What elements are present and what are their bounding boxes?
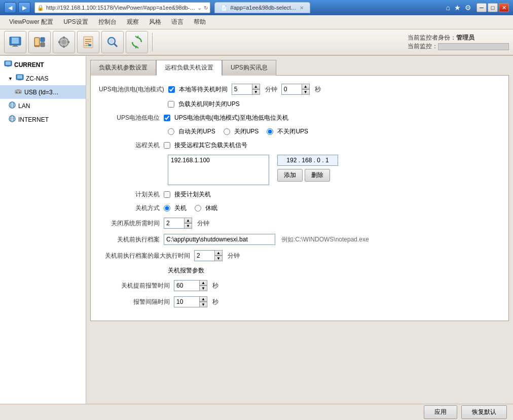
pre-exec-row: 关机前执行档案 例如:C:\WINDOWS\notepad.exe (99, 234, 500, 245)
svg-rect-1 (12, 38, 19, 44)
home-icon[interactable]: ⌂ (446, 4, 450, 12)
hibernate-label: 休眠 (205, 204, 217, 213)
local-wait-minutes-input[interactable] (232, 84, 252, 95)
reset-button[interactable]: 恢复默认 (461, 405, 507, 419)
ip-list-item[interactable]: 192.168.1.100 (169, 156, 268, 164)
minutes-down-btn[interactable]: ▼ (252, 89, 260, 95)
alarm-interval-wrap: ▲ ▼ (174, 296, 207, 307)
shutdown-time-input[interactable] (164, 218, 184, 229)
local-wait-minutes-wrap: ▲ ▼ (232, 84, 260, 95)
shutdown-with-load-checkbox[interactable] (168, 101, 174, 108)
alarm-interval-down[interactable]: ▼ (199, 302, 207, 307)
sidebar-item-lan-label: LAN (18, 102, 30, 110)
minutes-unit: 分钟 (265, 85, 277, 94)
sidebar-item-lan[interactable]: LAN (0, 99, 86, 113)
toolbar-settings-btn[interactable] (28, 31, 51, 53)
svg-point-33 (19, 92, 21, 93)
settings-icon[interactable]: ⚙ (465, 4, 471, 12)
accept-remote-checkbox[interactable] (164, 142, 170, 149)
svg-rect-7 (41, 43, 45, 47)
sidebar-item-usb[interactable]: USB (Id=3… (0, 85, 86, 99)
browser-tab[interactable]: 📄 #app=a1ee&98db-select… ✕ (214, 2, 310, 13)
seconds-unit: 秒 (315, 85, 321, 94)
add-ip-button[interactable]: 添加 (277, 169, 303, 182)
accept-scheduled-checkbox[interactable] (164, 191, 170, 198)
sidebar-item-zcnas[interactable]: ▼ ZC-NAS (0, 72, 86, 85)
alarm-interval-up[interactable]: ▲ (199, 296, 207, 302)
favorite-icon[interactable]: ★ (454, 4, 461, 12)
local-wait-seconds-spinners: ▲ ▼ (302, 84, 310, 95)
toolbar-report-btn[interactable] (77, 31, 99, 53)
local-wait-seconds-input[interactable] (281, 84, 302, 95)
hibernate-radio[interactable] (195, 205, 201, 212)
tab-bar: 负载关机参数设置 远程负载关机设置 UPS购买讯息 (90, 60, 509, 76)
pre-alarm-row: 关机提前报警时间 ▲ ▼ 秒 (99, 280, 500, 291)
alarm-interval-input[interactable] (174, 296, 199, 307)
ip-management-row: 192.168.1.100 添加 删除 (168, 155, 500, 185)
max-exec-time-input[interactable] (194, 250, 214, 261)
svg-rect-2 (13, 45, 17, 46)
back-button[interactable]: ◀ (4, 2, 16, 13)
menu-viewpower[interactable]: ViewPower 配置 (4, 16, 58, 28)
apply-button[interactable]: 应用 (424, 405, 457, 419)
maximize-button[interactable]: □ (488, 3, 498, 12)
pre-alarm-input[interactable] (174, 280, 199, 291)
auto-shutdown-radio[interactable] (168, 128, 174, 135)
menubar: ViewPower 配置 UPS设置 控制台 观察 风格 语言 帮助 (0, 15, 513, 29)
delete-ip-button[interactable]: 删除 (305, 169, 330, 182)
svg-line-23 (114, 44, 117, 47)
shutdown-time-spinners: ▲ ▼ (184, 218, 192, 229)
pre-alarm-down[interactable]: ▼ (199, 286, 207, 291)
bottom-bar: 应用 恢复默认 (0, 404, 513, 420)
tab-close-icon[interactable]: ✕ (300, 5, 304, 11)
monitor-role-label: 当前监控者身份： (408, 34, 456, 41)
toolbar-search-btn[interactable] (101, 31, 124, 53)
tab-remote-shutdown[interactable]: 远程负载关机设置 (156, 60, 222, 76)
max-exec-time-spinners: ▲ ▼ (214, 250, 223, 261)
pre-exec-example: 例如:C:\WINDOWS\notepad.exe (281, 235, 369, 244)
max-exec-up[interactable]: ▲ (214, 250, 223, 256)
low-battery-checkbox[interactable] (164, 115, 170, 121)
address-bar[interactable]: 🔒 http://192.168.1.100:15178/ViewPower/#… (34, 2, 210, 13)
expand-icon: ▼ (8, 76, 13, 81)
shutdown-time-down[interactable]: ▼ (184, 223, 192, 229)
sidebar-item-internet[interactable]: INTERNET (0, 113, 86, 126)
shutdown-ups-radio[interactable] (224, 128, 230, 135)
seconds-up-btn[interactable]: ▲ (302, 84, 310, 89)
seconds-down-btn[interactable]: ▼ (302, 89, 310, 95)
svg-rect-25 (6, 61, 11, 65)
local-wait-minutes-spinners: ▲ ▼ (252, 84, 260, 95)
menu-language[interactable]: 语言 (166, 16, 189, 28)
pre-exec-input[interactable] (164, 234, 275, 245)
shutdown-method-label: 关机方式 (99, 204, 160, 213)
toolbar-refresh-btn[interactable] (126, 31, 148, 53)
menu-help[interactable]: 帮助 (189, 16, 211, 28)
tab-local-shutdown[interactable]: 负载关机参数设置 (90, 60, 156, 76)
toolbar-monitor-btn[interactable] (4, 31, 26, 53)
minimize-button[interactable]: ─ (477, 3, 487, 12)
local-wait-checkbox[interactable] (168, 86, 175, 93)
minutes-up-btn[interactable]: ▲ (252, 84, 260, 89)
ip-input-field[interactable] (277, 155, 338, 166)
max-exec-down[interactable]: ▼ (214, 256, 223, 261)
menu-style[interactable]: 风格 (144, 16, 166, 28)
monitor-info: 当前监控者身份：管理员 当前监控： (408, 33, 509, 51)
shutdown-radio[interactable] (164, 205, 170, 212)
forward-button[interactable]: ▶ (18, 2, 30, 13)
max-exec-time-row: 关机前执行档案的最大执行时间 ▲ ▼ 分钟 (99, 250, 500, 261)
no-shutdown-radio[interactable] (267, 128, 273, 135)
menu-ups-settings[interactable]: UPS设置 (58, 16, 93, 28)
shutdown-time-up[interactable]: ▲ (184, 218, 192, 223)
pre-alarm-up[interactable]: ▲ (199, 280, 207, 286)
close-button[interactable]: ✕ (499, 3, 509, 12)
titlebar: ◀ ▶ 🔒 http://192.168.1.100:15178/ViewPow… (0, 0, 513, 15)
svg-rect-26 (7, 66, 10, 67)
toolbar-separator (152, 33, 153, 51)
tab-ups-purchase[interactable]: UPS购买讯息 (222, 60, 276, 76)
toolbar-config-btn[interactable] (53, 31, 75, 53)
menu-observe[interactable]: 观察 (122, 16, 144, 28)
menu-console[interactable]: 控制台 (93, 16, 122, 28)
shutdown-method-row: 关机方式 关机 休眠 (99, 204, 500, 213)
svg-rect-15 (85, 39, 91, 40)
sidebar-item-current[interactable]: CURRENT (0, 58, 86, 72)
